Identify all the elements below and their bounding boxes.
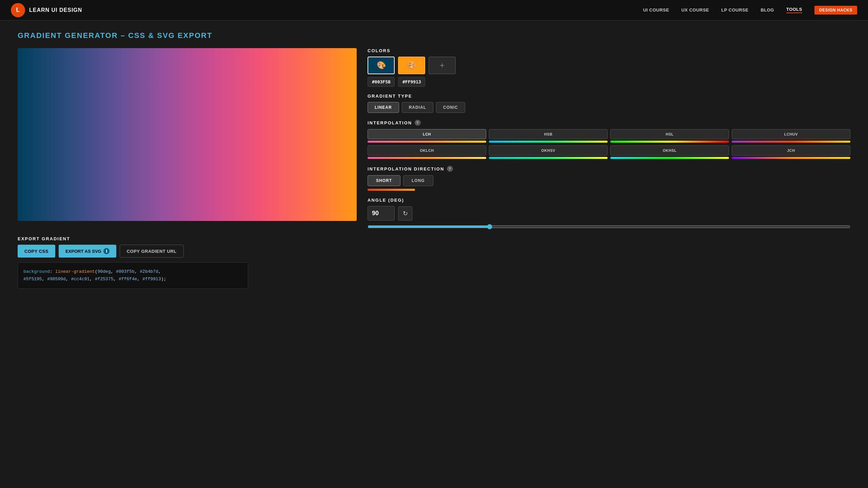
info-icon: ℹ — [103, 248, 110, 254]
right-panel: COLORS 🎨 🎨 + #003F5B #FF9913 GRADI — [368, 48, 850, 231]
add-color-button[interactable]: + — [429, 57, 456, 74]
code-func: linear-gradient — [55, 269, 95, 274]
code-hex7: #ff6f4e — [119, 277, 137, 282]
direction-long-button[interactable]: LONG — [403, 175, 433, 186]
header: L LEARN UI DESIGN UI COURSE UX COURSE LP… — [0, 0, 868, 20]
rotate-icon: ↻ — [403, 210, 408, 217]
interp-jch-preview — [732, 157, 850, 159]
interp-item-oklch: OKLCH — [368, 145, 486, 159]
interp-lch-preview — [368, 141, 486, 143]
nav-design-hacks[interactable]: DESIGN HACKS — [814, 6, 857, 15]
interp-okhsl-button[interactable]: OKHSL — [610, 145, 729, 156]
interp-hsl-preview — [610, 141, 729, 143]
logo-icon: L — [11, 3, 25, 17]
direction-help-icon[interactable]: ? — [447, 166, 453, 172]
interp-item-lch: LCH — [368, 129, 486, 143]
interp-oklch-preview — [368, 157, 486, 159]
interp-direction-label: INTERPOLATION DIRECTION ? — [368, 166, 850, 172]
code-property: background — [23, 269, 50, 274]
angle-slider[interactable] — [368, 224, 850, 229]
interp-hsb-button[interactable]: HSB — [489, 129, 608, 139]
page-title: GRADIENT GENERATOR – CSS & SVG EXPORT — [18, 31, 850, 40]
content-row: COLORS 🎨 🎨 + #003F5B #FF9913 GRADI — [18, 48, 850, 231]
page-title-main: GRADIENT GENERATOR — [18, 31, 118, 40]
copy-css-button[interactable]: COPY CSS — [18, 245, 55, 258]
code-block: background: linear-gradient(90deg, #003f… — [18, 262, 248, 289]
rotate-button[interactable]: ↻ — [398, 206, 412, 221]
interpolation-grid-row2: OKLCH OKHSV OKHSL JCH — [368, 145, 850, 159]
palette-icon-1: 🎨 — [377, 61, 386, 70]
export-svg-button[interactable]: EXPORT AS SVG ℹ — [59, 245, 116, 258]
angle-slider-wrap — [368, 224, 850, 231]
color-codes-row: #003F5B #FF9913 — [368, 77, 850, 87]
main-container: GRADIENT GENERATOR – CSS & SVG EXPORT CO… — [0, 20, 868, 300]
code-hex8: #ff9913 — [142, 277, 161, 282]
main-nav: UI COURSE UX COURSE LP COURSE BLOG TOOLS… — [643, 6, 857, 15]
interp-item-jch: JCH — [732, 145, 850, 159]
nav-blog[interactable]: BLOG — [761, 7, 774, 13]
interpolation-section: INTERPOLATION ? LCH HSB HSL — [368, 120, 850, 159]
color-swatch-2[interactable]: 🎨 — [398, 57, 425, 74]
export-section: EXPORT GRADIENT COPY CSS EXPORT AS SVG ℹ… — [18, 236, 850, 289]
nav-ui-course[interactable]: UI COURSE — [643, 7, 669, 13]
color-code-1[interactable]: #003F5B — [368, 77, 395, 87]
logo-letter: L — [16, 6, 20, 14]
interp-okhsl-preview — [610, 157, 729, 159]
copy-url-button[interactable]: COPY GRADIENT URL — [120, 245, 184, 258]
export-svg-label: EXPORT AS SVG — [65, 249, 101, 254]
interp-item-hsb: HSB — [489, 129, 608, 143]
type-conic-button[interactable]: CONIC — [436, 102, 465, 113]
angle-input[interactable] — [368, 206, 395, 221]
gradient-type-group: LINEAR RADIAL CONIC — [368, 102, 850, 113]
interp-hsl-button[interactable]: HSL — [610, 129, 729, 139]
nav-tools[interactable]: TOOLS — [786, 7, 802, 13]
direction-row: SHORT LONG — [368, 175, 850, 186]
direction-short-button[interactable]: SHORT — [368, 175, 400, 186]
colors-section: COLORS 🎨 🎨 + #003F5B #FF9913 — [368, 48, 850, 87]
interp-lch-button[interactable]: LCH — [368, 129, 486, 139]
angle-label: ANGLE (DEG) — [368, 198, 850, 203]
interp-direction-section: INTERPOLATION DIRECTION ? SHORT LONG — [368, 166, 850, 191]
interp-item-hsl: HSL — [610, 129, 729, 143]
nav-ux-course[interactable]: UX COURSE — [681, 7, 709, 13]
logo-text: LEARN UI DESIGN — [29, 7, 82, 13]
angle-row: ↻ — [368, 206, 850, 221]
interpolation-grid-row1: LCH HSB HSL LCHUV — [368, 129, 850, 143]
interp-okhsv-preview — [489, 157, 608, 159]
interp-hsb-preview — [489, 141, 608, 143]
interp-lchuv-preview — [732, 141, 850, 143]
code-hex1: #003f5b — [116, 269, 135, 274]
type-radial-button[interactable]: RADIAL — [402, 102, 433, 113]
interp-jch-button[interactable]: JCH — [732, 145, 850, 156]
export-label: EXPORT GRADIENT — [18, 236, 850, 241]
code-hex6: #f25375 — [95, 277, 114, 282]
gradient-type-section: GRADIENT TYPE LINEAR RADIAL CONIC — [368, 94, 850, 113]
interp-oklch-button[interactable]: OKLCH — [368, 145, 486, 156]
code-hex2: #2b4b7d — [140, 269, 158, 274]
nav-lp-course[interactable]: LP COURSE — [721, 7, 748, 13]
interpolation-label: INTERPOLATION ? — [368, 120, 850, 126]
gradient-type-label: GRADIENT TYPE — [368, 94, 850, 99]
color-swatch-1[interactable]: 🎨 — [368, 57, 395, 74]
colors-label: COLORS — [368, 48, 850, 53]
type-linear-button[interactable]: LINEAR — [368, 102, 399, 113]
export-buttons: COPY CSS EXPORT AS SVG ℹ COPY GRADIENT U… — [18, 245, 850, 258]
palette-icon-2: 🎨 — [407, 61, 416, 70]
gradient-preview — [18, 48, 357, 221]
interp-okhsv-button[interactable]: OKHSV — [489, 145, 608, 156]
interp-item-lchuv: LCHUV — [732, 129, 850, 143]
code-hex5: #cc4c91 — [71, 277, 90, 282]
interpolation-help-icon[interactable]: ? — [415, 120, 421, 126]
colors-row: 🎨 🎨 + — [368, 57, 850, 74]
interp-item-okhsv: OKHSV — [489, 145, 608, 159]
angle-section: ANGLE (DEG) ↻ — [368, 198, 850, 231]
code-hex3: #5f5195 — [23, 277, 42, 282]
code-hex4: #98509d — [47, 277, 66, 282]
page-title-sub: – CSS & SVG EXPORT — [121, 31, 213, 40]
code-angle: 90deg — [97, 269, 111, 274]
interp-item-okhsl: OKHSL — [610, 145, 729, 159]
direction-preview — [368, 189, 415, 191]
color-code-2[interactable]: #FF9913 — [398, 77, 425, 87]
interp-lchuv-button[interactable]: LCHUV — [732, 129, 850, 139]
